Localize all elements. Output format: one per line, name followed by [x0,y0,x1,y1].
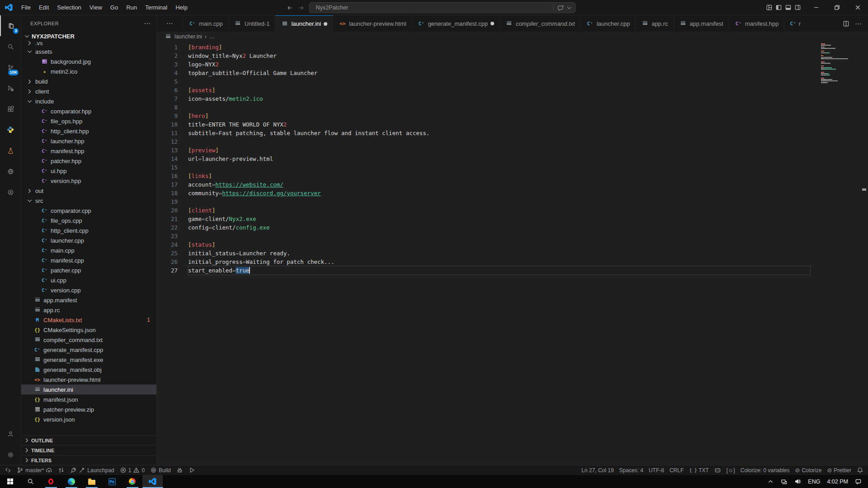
menu-go[interactable]: Go [106,0,122,15]
activity-remote-explorer[interactable] [0,161,21,182]
tree-item[interactable]: C⁺manifest.hpp [21,146,156,156]
hidden-icons-icon[interactable] [767,478,774,485]
taskbar-vscode[interactable] [142,475,163,488]
code-line[interactable]: account=https://website.com/ [188,180,810,189]
menu-view[interactable]: View [85,0,106,15]
code-line[interactable]: config=client/config.exe [188,223,810,232]
taskbar-edge[interactable] [61,475,81,488]
tree-item[interactable]: C⁺http_client.cpp [21,225,156,235]
status-prettier[interactable]: ⊘Prettier [824,465,854,475]
toggle-secondary-sidebar-icon[interactable] [794,4,801,11]
tab-app.rc[interactable]: app.rc [636,15,674,32]
toggle-panel-icon[interactable] [785,4,792,11]
forward-icon[interactable] [298,5,305,11]
tab-compiler_command.txt[interactable]: compiler_command.txt [500,15,581,32]
tree-item[interactable]: ★metin2.ico [21,66,156,76]
code-line[interactable]: url=launcher-preview.html [188,155,810,163]
code-line[interactable]: [client] [188,206,810,215]
tree-item[interactable]: {}version.json [21,414,156,424]
activity-extensions[interactable] [0,99,21,119]
menu-edit[interactable]: Edit [35,0,53,15]
code-line[interactable]: [branding] [188,43,810,52]
status-feedback[interactable]: [☺] [724,465,738,475]
code-line[interactable]: title=ENTER THE WORLD OF NYX2 [188,120,810,129]
status-launchpad[interactable]: Launchpad [67,465,117,475]
tab-launcher.ini[interactable]: launcher.ini [275,15,333,32]
workspace-root[interactable]: NYX2PATCHER [21,31,156,41]
tree-item[interactable]: {}manifest.json [21,394,156,404]
status-notifications[interactable] [854,465,866,475]
code-line[interactable]: community=https://discord.gg/yourserver [188,189,810,197]
status-debug[interactable] [174,465,186,475]
tree-item[interactable]: C⁺manifest.cpp [21,255,156,265]
tree-item[interactable]: client [21,86,156,96]
activity-python[interactable] [0,119,21,140]
tree-item[interactable]: launcher.ini [21,385,156,394]
back-icon[interactable] [287,5,293,11]
tab-generate_manifest.cpp[interactable]: C⁺generate_manifest.cpp [412,15,500,32]
menu-run[interactable]: Run [122,0,141,15]
tree-item[interactable]: C⁺patcher.cpp [21,265,156,275]
toggle-primary-sidebar-icon[interactable] [775,4,782,11]
status-indentation[interactable]: Spaces: 4 [617,465,646,475]
status-colorize-variables[interactable]: Colorize: 0 variables [738,465,793,475]
taskbar-taskbar-search[interactable] [20,475,41,488]
tab-r[interactable]: C⁺r [784,15,805,32]
tree-item[interactable]: C⁺http_client.hpp [21,126,156,136]
code-line[interactable]: subtitle=Fast patching, stable launcher … [188,129,810,137]
taskbar-file-explorer[interactable] [81,475,102,488]
more-actions-icon[interactable]: ⋯ [853,15,864,32]
code-line[interactable]: icon=assets/metin2.ico [188,94,810,103]
tree-item[interactable]: app.manifest [21,295,156,305]
code-line[interactable]: [assets] [188,86,810,94]
code-line[interactable] [188,232,810,240]
tab-manifest.hpp[interactable]: C⁺manifest.hpp [729,15,784,32]
tree-item[interactable]: {}CMakeSettings.json [21,325,156,335]
tree-item[interactable]: generate_manifest.obj [21,365,156,375]
volume-icon[interactable] [794,478,801,485]
tree-item[interactable]: C⁺comparator.hpp [21,106,156,116]
activity-run-debug[interactable] [0,78,21,99]
restore-button[interactable] [826,0,847,15]
tree-item[interactable]: C⁺version.cpp [21,285,156,295]
tab-Untitled-1[interactable]: Untitled-1 [229,15,276,32]
customize-layout-icon[interactable] [766,4,773,11]
code-line[interactable]: [links] [188,172,810,180]
tray-clock[interactable]: 4:02 PM [827,479,848,485]
code-line[interactable]: [preview] [188,146,810,155]
taskbar-chrome[interactable] [122,475,142,488]
status-run[interactable] [186,465,198,475]
code-line[interactable] [188,197,810,206]
status-eol[interactable]: CRLF [667,465,686,475]
status-colorize[interactable]: ⊘Colorize [792,465,824,475]
close-button[interactable] [847,0,868,15]
breadcrumb[interactable]: launcher.ini › … [157,32,868,42]
action-center-icon[interactable] [855,478,862,485]
tree-item[interactable]: build [21,76,156,86]
tree-item[interactable]: .vs [21,41,156,47]
tab-app.manifest[interactable]: app.manifest [674,15,729,32]
tree-item[interactable]: C⁺file_ops.cpp [21,216,156,225]
panel-timeline[interactable]: TIMELINE [21,445,156,455]
status-encoding[interactable]: UTF-8 [646,465,667,475]
code-line[interactable]: initial_status=Launcher ready. [188,249,810,258]
code-line[interactable] [188,163,810,172]
taskbar-start[interactable] [0,475,20,488]
tree-item[interactable]: generate_manifest.exe [21,355,156,365]
code-line[interactable] [188,103,810,112]
code-line[interactable]: window_title=Nyx2 Launcher [188,52,810,60]
activity-testing[interactable] [0,140,21,161]
status-problems[interactable]: 10 [117,465,147,475]
code-line[interactable] [188,77,810,86]
taskbar-opera[interactable] [41,475,61,488]
tab-overflow[interactable]: ⋯ [157,15,183,32]
status-language-mode[interactable]: { }TXT [686,465,712,475]
menu-help[interactable]: Help [171,0,192,15]
minimize-button[interactable] [806,0,826,15]
tree-item[interactable]: MCMakeLists.txt1 [21,315,156,325]
status-git-compare[interactable] [55,465,67,475]
code-line[interactable]: topbar_subtitle=Official Game Launcher [188,69,810,77]
split-editor-icon[interactable] [840,15,852,32]
tree-item[interactable]: C⁺patcher.hpp [21,156,156,166]
tree-item[interactable]: C⁺version.hpp [21,176,156,186]
